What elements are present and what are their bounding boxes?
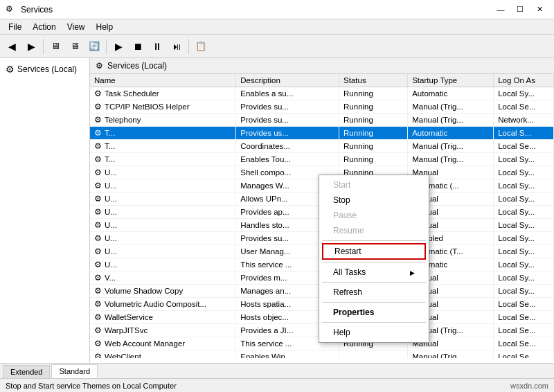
ctx-help[interactable]: Help: [319, 325, 429, 340]
right-pane-label: Services (Local): [107, 61, 167, 71]
col-header-status[interactable]: Status: [339, 74, 408, 87]
table-row[interactable]: ⚙TCP/IP NetBIOS HelperProvides su...Runn…: [90, 100, 554, 114]
forward-button[interactable]: ▶: [22, 37, 40, 55]
ctx-stop[interactable]: Stop: [319, 193, 429, 208]
pause-button[interactable]: ⏸: [148, 37, 166, 55]
table-row[interactable]: ⚙T...Enables Tou...RunningManual (Trig..…: [90, 153, 554, 166]
resume-button[interactable]: ⏯: [168, 37, 186, 55]
back-button[interactable]: ◀: [3, 37, 21, 55]
menu-help[interactable]: Help: [91, 21, 119, 33]
left-pane-header: ⚙ Services (Local): [0, 61, 89, 78]
context-menu: Start Stop Pause Resume Restart All Task…: [319, 175, 429, 343]
col-header-logon[interactable]: Log On As: [494, 74, 554, 87]
minimize-button[interactable]: —: [492, 3, 510, 17]
menu-bar: File Action View Help: [0, 19, 554, 35]
ctx-arrow-icon: [410, 267, 415, 277]
table-row[interactable]: ⚙T...Coordinates...RunningManual (Trig..…: [90, 140, 554, 153]
col-header-startup[interactable]: Startup Type: [408, 74, 494, 87]
table-row[interactable]: ⚙T...Provides us...RunningAutomaticLocal…: [90, 127, 554, 140]
refresh-toolbar-button[interactable]: 🔄: [85, 37, 103, 55]
left-pane: ⚙ Services (Local): [0, 58, 90, 363]
title-bar-controls: — ☐ ✕: [492, 3, 548, 17]
left-pane-icon: ⚙: [6, 64, 15, 75]
ctx-refresh[interactable]: Refresh: [319, 285, 429, 300]
ctx-separator-5: [322, 322, 426, 323]
computer-button-2[interactable]: 🖥: [66, 37, 84, 55]
properties-button[interactable]: 📋: [192, 37, 210, 55]
ctx-all-tasks[interactable]: All Tasks: [319, 265, 429, 280]
left-pane-label: Services (Local): [17, 64, 77, 74]
ctx-properties[interactable]: Properties: [319, 305, 429, 320]
main-container: ⚙ Services (Local) ⚙ Services (Local) Na…: [0, 58, 554, 363]
status-bar: Stop and Start service Themes on Local C…: [0, 378, 554, 392]
ctx-pause[interactable]: Pause: [319, 208, 429, 223]
right-pane-header: ⚙ Services (Local): [90, 58, 554, 74]
computer-button-1[interactable]: 🖥: [46, 37, 64, 55]
tab-extended[interactable]: Extended: [3, 365, 50, 378]
col-header-name[interactable]: Name: [90, 74, 236, 87]
right-pane-icon: ⚙: [96, 61, 103, 71]
title-bar-text: Services: [21, 5, 492, 15]
table-row[interactable]: ⚙Task SchedulerEnables a su...RunningAut…: [90, 87, 554, 100]
ctx-separator-2: [322, 262, 426, 262]
close-button[interactable]: ✕: [530, 3, 548, 17]
menu-action[interactable]: Action: [27, 21, 61, 33]
play-button[interactable]: ▶: [109, 37, 127, 55]
menu-file[interactable]: File: [3, 21, 27, 33]
menu-view[interactable]: View: [62, 21, 91, 33]
maximize-button[interactable]: ☐: [511, 3, 529, 17]
ctx-start[interactable]: Start: [319, 177, 429, 193]
table-row[interactable]: ⚙WebClientEnables Win...Manual (Trig...L…: [90, 350, 554, 359]
status-text: Stop and Start service Themes on Local C…: [6, 382, 177, 390]
tab-bar: Extended Standard: [0, 363, 554, 378]
ctx-separator-4: [322, 302, 426, 303]
col-header-desc[interactable]: Description: [236, 74, 339, 87]
toolbar: ◀ ▶ 🖥 🖥 🔄 ▶ ⏹ ⏸ ⏯ 📋: [0, 35, 554, 58]
ctx-separator-1: [322, 240, 426, 241]
tab-standard[interactable]: Standard: [51, 364, 98, 378]
stop-button[interactable]: ⏹: [129, 37, 147, 55]
title-bar: ⚙ Services — ☐ ✕: [0, 0, 554, 19]
ctx-separator-3: [322, 282, 426, 283]
status-right: wsxdn.com: [510, 382, 548, 390]
app-icon: ⚙: [6, 4, 17, 15]
table-row[interactable]: ⚙TelephonyProvides su...RunningManual (T…: [90, 114, 554, 127]
right-pane: ⚙ Services (Local) Name Description Stat…: [90, 58, 554, 363]
ctx-resume[interactable]: Resume: [319, 223, 429, 238]
ctx-restart[interactable]: Restart: [322, 243, 426, 260]
